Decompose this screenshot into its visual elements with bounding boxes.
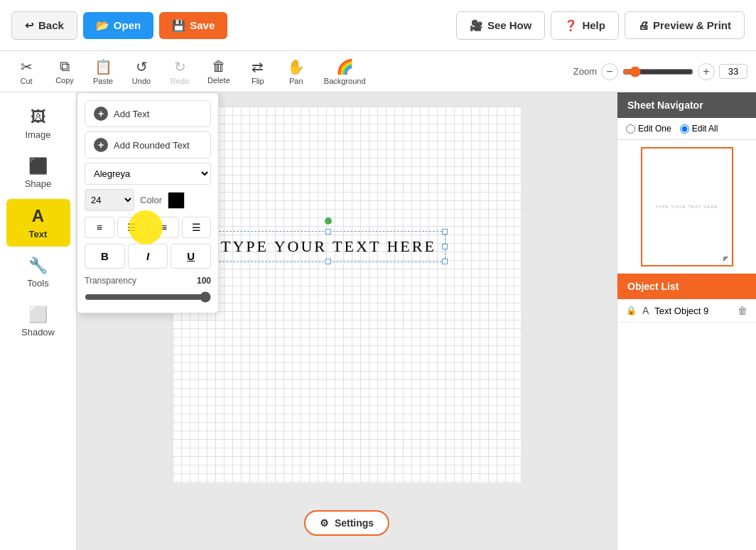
flip-button[interactable]: ⇄ Flip	[240, 55, 276, 88]
align-justify-button[interactable]: ☰	[182, 217, 212, 238]
image-icon: 🖼	[31, 108, 46, 126]
underline-button[interactable]: U	[171, 244, 211, 269]
text-element[interactable]: TYPE YOUR TEXT HERE	[212, 231, 446, 262]
italic-icon: I	[146, 250, 149, 262]
handle-mr[interactable]	[442, 244, 448, 249]
handle-bm[interactable]	[325, 259, 331, 264]
align-right-icon: ≡	[161, 222, 167, 233]
sidebar-item-shadow[interactable]: ⬜ Shadow	[6, 298, 70, 345]
add-text-button[interactable]: + Add Text	[85, 100, 211, 127]
right-panel: Sheet Navigator Edit One Edit All TYPE Y…	[617, 92, 756, 550]
background-button[interactable]: 🌈 Background	[317, 55, 373, 88]
align-justify-icon: ☰	[192, 222, 201, 233]
transparency-value: 100	[197, 276, 211, 286]
object-list-header: Object List	[617, 274, 756, 299]
canvas-text-content: TYPE YOUR TEXT HERE	[221, 237, 436, 256]
help-icon: ❓	[564, 19, 578, 32]
back-icon: ↩	[25, 19, 34, 32]
paste-icon: 📋	[94, 58, 112, 75]
bold-icon: B	[101, 250, 109, 262]
transparency-row: Transparency 100	[85, 276, 211, 286]
sidebar-item-text[interactable]: A Text	[6, 199, 70, 247]
sheet-thumbnail[interactable]: TYPE YOUR TEXT HERE	[641, 147, 733, 266]
main-area: 🖼 Image ⬛ Shape A Text 🔧 Tools ⬜ Shadow …	[0, 92, 756, 550]
zoom-minus-button[interactable]: −	[601, 63, 618, 80]
bold-button[interactable]: B	[85, 244, 125, 269]
shape-icon: ⬛	[28, 157, 48, 176]
sidebar-item-image[interactable]: 🖼 Image	[6, 101, 70, 147]
add-text-plus-icon: +	[94, 107, 108, 121]
background-icon: 🌈	[336, 58, 354, 75]
edit-all-radio[interactable]	[680, 124, 689, 134]
open-button[interactable]: 📂 Open	[83, 12, 153, 39]
video-icon: 🎥	[470, 19, 483, 32]
underline-icon: U	[187, 250, 195, 262]
object-lock-icon: 🔒	[626, 306, 637, 316]
handle-tm[interactable]	[325, 229, 331, 234]
object-type-icon: A	[642, 305, 649, 316]
object-name: Text Object 9	[654, 306, 732, 316]
sidebar-item-shape[interactable]: ⬛ Shape	[6, 150, 70, 196]
handle-tr[interactable]	[442, 229, 448, 234]
align-right-button[interactable]: ≡	[149, 217, 179, 238]
redo-icon: ↻	[174, 58, 186, 75]
zoom-area: Zoom − + 33	[573, 63, 747, 80]
top-bar: ↩ Back 📂 Open 💾 Save 🎥 See How ❓ Help 🖨 …	[0, 0, 756, 51]
redo-button[interactable]: ↻ Redo	[162, 55, 198, 88]
font-select-row: Alegreya Arial Georgia Helvetica Times N…	[85, 163, 211, 185]
zoom-value: 33	[719, 64, 747, 79]
preview-print-button[interactable]: 🖨 Preview & Print	[625, 11, 745, 39]
settings-button[interactable]: ⚙ Settings	[304, 510, 389, 536]
zoom-slider[interactable]	[622, 66, 693, 77]
sheet-nav-options: Edit One Edit All	[617, 118, 756, 140]
sidebar-item-tools[interactable]: 🔧 Tools	[6, 249, 70, 296]
text-icon: A	[32, 206, 44, 226]
edit-all-label[interactable]: Edit All	[680, 124, 718, 134]
delete-button[interactable]: 🗑 Delete	[200, 55, 237, 87]
flip-icon: ⇄	[252, 58, 264, 75]
list-item[interactable]: 🔒 A Text Object 9 🗑	[617, 299, 756, 323]
toolbar: ✂ Cut ⧉ Copy 📋 Paste ↺ Undo ↻ Redo 🗑 Del…	[0, 51, 756, 92]
align-center-button[interactable]: ☰	[117, 217, 147, 238]
copy-button[interactable]: ⧉ Copy	[47, 55, 82, 87]
copy-icon: ⧉	[60, 58, 70, 75]
edit-one-radio[interactable]	[626, 124, 635, 134]
object-delete-button[interactable]: 🗑	[738, 305, 747, 316]
canvas-sheet: TYPE YOUR TEXT HERE	[173, 107, 521, 483]
help-button[interactable]: ❓ Help	[551, 11, 619, 40]
pan-button[interactable]: ✋ Pan	[279, 55, 314, 88]
font-select[interactable]: Alegreya Arial Georgia Helvetica Times N…	[85, 163, 211, 185]
size-color-row: 12 14 16 18 20 24 28 32 36 48 72 Color	[85, 189, 211, 211]
transparency-slider[interactable]	[85, 291, 211, 303]
left-sidebar: 🖼 Image ⬛ Shape A Text 🔧 Tools ⬜ Shadow	[0, 92, 77, 550]
back-button[interactable]: ↩ Back	[11, 11, 77, 40]
zoom-plus-button[interactable]: +	[698, 63, 715, 80]
paste-button[interactable]: 📋 Paste	[85, 55, 121, 88]
add-rounded-text-plus-icon: +	[94, 138, 108, 152]
handle-br[interactable]	[442, 259, 448, 264]
format-row: B I U	[85, 244, 211, 269]
cut-icon: ✂	[21, 58, 33, 75]
print-icon: 🖨	[638, 19, 649, 31]
save-button[interactable]: 💾 Save	[159, 12, 227, 39]
edit-one-label[interactable]: Edit One	[626, 124, 671, 134]
undo-icon: ↺	[136, 58, 148, 75]
settings-bar: ⚙ Settings	[304, 510, 389, 536]
italic-button[interactable]: I	[128, 244, 168, 269]
open-icon: 📂	[96, 19, 109, 32]
font-size-select[interactable]: 12 14 16 18 20 24 28 32 36 48 72	[85, 189, 134, 211]
align-left-button[interactable]: ≡	[85, 217, 114, 238]
align-left-icon: ≡	[97, 222, 102, 233]
add-rounded-text-button[interactable]: + Add Rounded Text	[85, 131, 211, 158]
undo-button[interactable]: ↺ Undo	[124, 55, 159, 88]
seehow-button[interactable]: 🎥 See How	[456, 11, 546, 40]
cut-button[interactable]: ✂ Cut	[9, 55, 44, 88]
shadow-icon: ⬜	[28, 306, 48, 324]
delete-icon: 🗑	[212, 58, 226, 75]
save-icon: 💾	[172, 19, 185, 32]
color-swatch[interactable]	[168, 192, 185, 209]
thumbnail-text: TYPE YOUR TEXT HERE	[655, 205, 718, 209]
align-center-icon: ☰	[127, 222, 136, 233]
settings-icon: ⚙	[320, 517, 329, 529]
rotate-handle[interactable]	[325, 217, 332, 225]
